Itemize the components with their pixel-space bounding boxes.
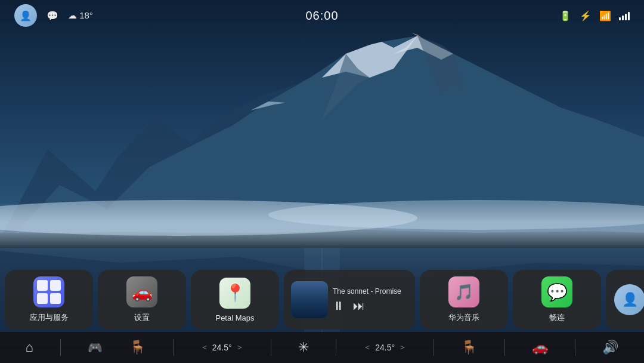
- car-button[interactable]: 🚗: [532, 340, 548, 355]
- steering-button[interactable]: 🎮: [88, 340, 103, 355]
- temp-left-arrow-left[interactable]: ＜: [200, 342, 209, 353]
- music-app-icon: 🎵: [448, 276, 479, 307]
- steering-icon: 🎮: [88, 340, 103, 355]
- user-avatar[interactable]: 👤: [14, 4, 37, 27]
- weather-display: ☁ 18°: [68, 10, 93, 21]
- seat-left-button[interactable]: 🪑: [129, 340, 145, 355]
- temp-right-control[interactable]: ＜ 24.5° ＞: [363, 342, 407, 353]
- nav-divider-4: [336, 339, 336, 356]
- pause-button[interactable]: ⏸: [333, 299, 345, 313]
- greeting-avatar: 👤: [614, 284, 644, 315]
- maps-label: Petal Maps: [215, 313, 254, 322]
- seat-right-button[interactable]: 🪑: [461, 340, 477, 355]
- status-left: 👤 💬 ☁ 18°: [14, 4, 93, 27]
- temp-right-arrow-right[interactable]: ＞: [398, 342, 407, 353]
- bluetooth-icon: ⚡: [580, 10, 592, 21]
- clock-display: 06:00: [305, 9, 338, 23]
- nav-divider-3: [271, 339, 271, 356]
- messages-button[interactable]: 💬 畅连: [513, 270, 601, 330]
- settings-button[interactable]: 🚗 设置: [98, 270, 186, 330]
- battery-icon: 🔋: [559, 10, 571, 21]
- temp-left-control[interactable]: ＜ 24.5° ＞: [200, 342, 244, 353]
- maps-button[interactable]: 📍 Petal Maps: [191, 270, 279, 330]
- nav-divider-1: [60, 339, 61, 356]
- nav-divider-6: [504, 339, 505, 356]
- volume-button[interactable]: 🔊: [602, 340, 618, 355]
- huawei-music-button[interactable]: 🎵 华为音乐: [420, 270, 508, 330]
- temp-left-value: 24.5°: [212, 343, 232, 352]
- notification-icon: 💬: [47, 10, 58, 21]
- bottom-dock: 应用与服务 🚗 设置 📍 Petal Maps The sonnet - Pro…: [0, 267, 644, 332]
- temperature-text: 18°: [79, 10, 93, 20]
- seat-right-icon: 🪑: [461, 340, 477, 355]
- nav-divider-2: [173, 339, 174, 356]
- home-icon: ⌂: [26, 340, 33, 355]
- apps-label: 应用与服务: [30, 312, 69, 323]
- temp-right-arrow-left[interactable]: ＜: [363, 342, 371, 353]
- greeting-card[interactable]: 👤 小伟，早上好 座舱已经为你准备完毕: [606, 270, 644, 330]
- nav-bar: ⌂ 🎮 🪑 ＜ 24.5° ＞ ✳ ＜ 24.5° ＞ 🪑 🚗 🔊: [0, 332, 644, 363]
- signal-bars: [619, 11, 630, 20]
- fan-icon: ✳: [298, 340, 309, 355]
- messages-icon: 💬: [541, 276, 572, 307]
- seat-left-icon: 🪑: [129, 340, 145, 355]
- volume-icon: 🔊: [602, 340, 618, 355]
- temp-left-arrow-right[interactable]: ＞: [236, 342, 244, 353]
- apps-icon: [33, 276, 64, 307]
- music-controls: ⏸ ⏭: [333, 299, 408, 313]
- music-info: The sonnet - Promise ⏸ ⏭: [333, 287, 408, 313]
- time-text: 06:00: [305, 9, 338, 22]
- nav-divider-5: [434, 339, 434, 356]
- music-title: The sonnet - Promise: [333, 287, 408, 296]
- settings-label: 设置: [134, 312, 150, 323]
- maps-icon: 📍: [219, 278, 250, 309]
- nav-divider-7: [575, 339, 575, 356]
- car-icon: 🚗: [532, 340, 548, 355]
- weather-icon: ☁: [68, 10, 77, 20]
- album-art-inner: [291, 281, 328, 318]
- album-art: [291, 281, 328, 318]
- music-player[interactable]: The sonnet - Promise ⏸ ⏭: [284, 270, 415, 330]
- messages-label: 畅连: [549, 312, 565, 323]
- next-button[interactable]: ⏭: [353, 299, 365, 313]
- wifi-icon: 📶: [600, 11, 611, 20]
- home-button[interactable]: ⌂: [26, 340, 33, 355]
- status-right: 🔋 ⚡ 📶: [559, 10, 630, 21]
- fan-button[interactable]: ✳: [298, 340, 309, 355]
- temp-right-value: 24.5°: [375, 343, 395, 352]
- settings-icon: 🚗: [126, 276, 157, 307]
- apps-services-button[interactable]: 应用与服务: [5, 270, 93, 330]
- music-app-label: 华为音乐: [448, 312, 479, 323]
- status-bar: 👤 💬 ☁ 18° 06:00 🔋 ⚡ 📶: [0, 0, 644, 31]
